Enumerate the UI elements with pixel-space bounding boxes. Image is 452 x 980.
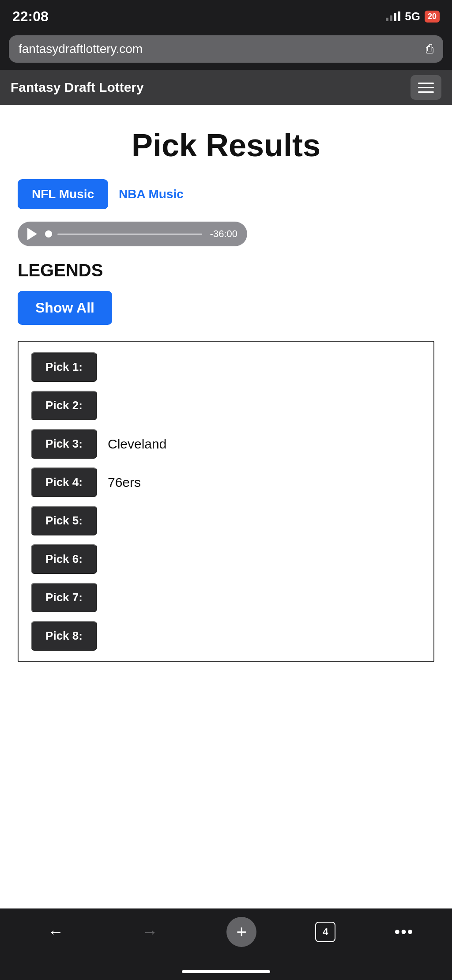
hamburger-line-2	[418, 87, 434, 88]
nav-bar: Fantasy Draft Lottery	[0, 70, 452, 105]
audio-player: -36:00	[18, 222, 247, 246]
status-time: 22:08	[12, 8, 49, 25]
hamburger-line-3	[418, 91, 434, 93]
bottom-nav: ← → + 4 •••	[0, 908, 452, 966]
pick-row: Pick 8:	[31, 621, 421, 651]
signal-bars	[386, 11, 400, 21]
add-tab-button[interactable]: +	[226, 917, 256, 947]
pick-badge-6[interactable]: Pick 6:	[31, 544, 97, 574]
legends-heading: LEGENDS	[18, 260, 434, 280]
show-all-button[interactable]: Show All	[18, 291, 112, 325]
url-text: fantasydraftlottery.com	[19, 42, 143, 56]
page-title: Pick Results	[18, 127, 434, 163]
pick-badge-1[interactable]: Pick 1:	[31, 352, 97, 382]
more-icon: •••	[395, 923, 414, 941]
status-right: 5G 20	[386, 10, 440, 23]
nfl-music-button[interactable]: NFL Music	[18, 179, 108, 209]
play-button[interactable]	[27, 228, 37, 240]
hamburger-line-1	[418, 83, 434, 84]
back-icon: ←	[48, 923, 64, 941]
battery-indicator: 20	[425, 11, 440, 23]
pick-row: Pick 4:76ers	[31, 467, 421, 497]
home-indicator-area	[0, 966, 452, 980]
pick-badge-4[interactable]: Pick 4:	[31, 467, 97, 497]
progress-container	[45, 230, 202, 237]
time-remaining: -36:00	[210, 228, 237, 240]
signal-bar-4	[398, 11, 400, 21]
plus-icon: +	[236, 923, 246, 941]
pick-row: Pick 3:Cleveland	[31, 429, 421, 459]
back-button[interactable]: ←	[38, 923, 74, 941]
site-title: Fantasy Draft Lottery	[11, 80, 144, 95]
url-bar[interactable]: fantasydraftlottery.com ⎙	[9, 35, 443, 63]
tabs-count: 4	[323, 926, 328, 938]
share-icon[interactable]: ⎙	[426, 42, 433, 56]
pick-badge-8[interactable]: Pick 8:	[31, 621, 97, 651]
status-bar: 22:08 5G 20	[0, 0, 452, 31]
pick-row: Pick 2:	[31, 391, 421, 420]
hamburger-menu-button[interactable]	[411, 75, 441, 100]
pick-badge-3[interactable]: Pick 3:	[31, 429, 97, 459]
home-indicator-bar	[182, 970, 270, 973]
nba-music-button[interactable]: NBA Music	[119, 187, 184, 201]
signal-bar-1	[386, 18, 388, 21]
pick-badge-5[interactable]: Pick 5:	[31, 506, 97, 535]
pick-badge-7[interactable]: Pick 7:	[31, 583, 97, 612]
tabs-button[interactable]: 4	[315, 922, 335, 942]
pick-badge-2[interactable]: Pick 2:	[31, 391, 97, 420]
signal-bar-3	[394, 13, 396, 21]
progress-track[interactable]	[57, 234, 202, 235]
main-content: Pick Results NFL Music NBA Music -36:00 …	[0, 105, 452, 908]
url-bar-container: fantasydraftlottery.com ⎙	[0, 31, 452, 70]
pick-row: Pick 7:	[31, 583, 421, 612]
forward-button[interactable]: →	[132, 923, 168, 941]
pick-value-4: 76ers	[108, 475, 141, 490]
pick-row: Pick 6:	[31, 544, 421, 574]
network-label: 5G	[405, 10, 420, 23]
pick-value-3: Cleveland	[108, 437, 166, 452]
signal-bar-2	[390, 15, 392, 21]
pick-row: Pick 5:	[31, 506, 421, 535]
pick-row: Pick 1:	[31, 352, 421, 382]
picks-container: Pick 1:Pick 2:Pick 3:ClevelandPick 4:76e…	[18, 341, 434, 662]
more-button[interactable]: •••	[395, 923, 414, 941]
forward-icon: →	[142, 923, 158, 941]
music-buttons: NFL Music NBA Music	[18, 179, 434, 209]
progress-thumb[interactable]	[45, 230, 52, 237]
